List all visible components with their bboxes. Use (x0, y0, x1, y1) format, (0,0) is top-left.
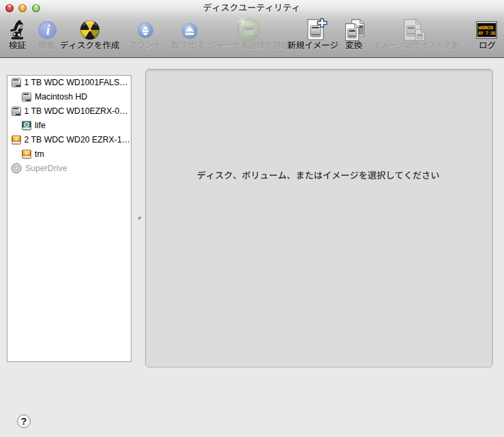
svg-text:i: i (46, 22, 50, 37)
svg-text:WARNIN: WARNIN (478, 25, 493, 31)
svg-text:AY 7:36: AY 7:36 (478, 31, 496, 36)
